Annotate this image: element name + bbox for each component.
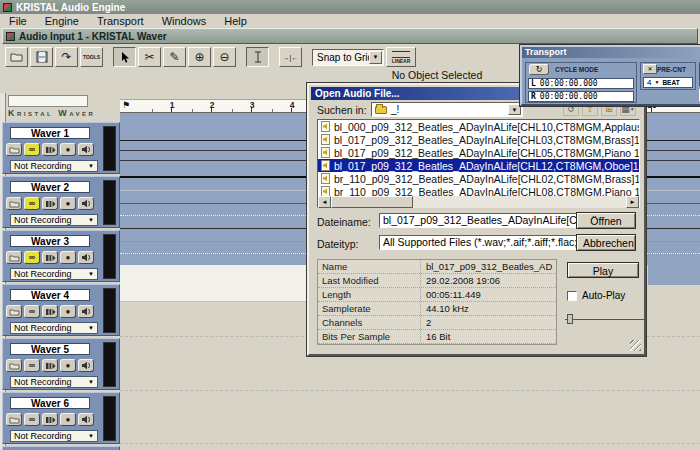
file-list-item[interactable]: bl_000_p09_312_Beatles_ADayInALife[CHL10… [318,120,639,133]
track-speaker-button[interactable] [78,143,94,156]
menu-item[interactable]: File [0,15,36,27]
slider-thumb[interactable] [567,314,573,324]
file-list-item[interactable]: bl_017_p09_312_Beatles_ADayInALife[CHL05… [318,146,639,159]
track-record-button[interactable]: ● [60,251,76,264]
insert-tool-button[interactable] [246,47,269,67]
zoom-out-button[interactable]: ⊖ [213,47,236,67]
toolbar: ↷ TOOLS ✂ ✎ ⊕ ⊖ →|← Snap to Grid ▼ LINEA… [2,45,416,69]
tools-button[interactable]: TOOLS [80,47,103,67]
volume-slider[interactable] [565,313,645,325]
track-record-mode-select[interactable]: Not Recording ▼ [10,160,98,172]
track-record-button[interactable]: ● [60,305,76,318]
track-loop-button[interactable]: ∞ [24,197,40,210]
track-monitor-button[interactable] [42,143,58,156]
menu-bar: FileEngineTransportWindowsHelp [0,14,700,28]
track-open-button[interactable] [6,251,22,264]
snap-arrows-button[interactable]: →|← [279,47,302,67]
track-record-mode-select[interactable]: Not Recording ▼ [10,376,98,388]
open-button[interactable]: Öffnen [576,212,636,229]
track-loop-button[interactable]: ∞ [24,143,40,156]
track-record-button[interactable]: ● [60,359,76,372]
menu-item[interactable]: Transport [88,15,153,27]
empty-track-lane[interactable] [120,265,308,302]
snap-mode-select[interactable]: Snap to Grid ▼ [312,49,384,66]
track-name: Waver 4 [10,289,90,301]
resize-grip[interactable] [630,340,641,351]
track-record-button[interactable]: ● [60,413,76,426]
track-speaker-button[interactable] [78,359,94,372]
track-buttons: ∞ ● [6,305,94,318]
track-lane-separator [120,390,700,391]
save-button[interactable] [30,47,53,67]
track-monitor-button[interactable] [42,413,58,426]
track-record-mode-select[interactable]: Not Recording ▼ [10,268,98,280]
right-prefix: R [531,92,536,101]
rotate-button[interactable]: ↷ [55,47,78,67]
file-list-item[interactable]: br_110_p09_312_Beatles_ADayInALife[CHL02… [318,172,639,185]
pencil-tool-button[interactable]: ✎ [163,47,186,67]
track-record-button[interactable]: ● [60,143,76,156]
marker-flag-icon[interactable]: ⚑ [122,99,130,111]
scroll-left-button[interactable]: ◄ [318,196,331,208]
panel-title: Kristal Waver [8,108,120,118]
track-loop-button[interactable]: ∞ [24,413,40,426]
track-name: Waver 5 [10,343,90,355]
beat-unit: BEAT [662,78,679,87]
track-monitor-button[interactable] [42,305,58,318]
track-open-button[interactable] [6,305,22,318]
filename-input[interactable]: bl_017_p09_312_Beatles_ADayInALife[CHL12… [379,213,591,228]
linear-button[interactable]: LINEAR [386,47,416,67]
track-buttons: ∞ ● [6,251,94,264]
track-record-mode-select[interactable]: Not Recording ▼ [10,214,98,226]
track-loop-button[interactable]: ∞ [24,305,40,318]
track-speaker-button[interactable] [78,305,94,318]
file-list-item[interactable]: bl_017_p09_312_Beatles_ADayInALife[CHL03… [318,133,639,146]
track-speaker-button[interactable] [78,413,94,426]
transport-title-bar[interactable]: Transport [522,47,700,58]
folder-icon [9,308,20,316]
track-speaker-button[interactable] [78,197,94,210]
file-list-item[interactable]: bl_017_p09_312_Beatles_ADayInALife[CHL12… [318,159,639,172]
look-in-select[interactable]: _! ▼ [371,102,523,117]
track-monitor-button[interactable] [42,359,58,372]
status-text: No Object Selected [352,69,522,81]
file-info-table: Name bl_017_p09_312_Beatles_AD Last Modi… [317,259,557,345]
cut-tool-button[interactable]: ✂ [138,47,161,67]
filetype-select[interactable]: All Supported Files (*.wav;*.aif;*.aiff;… [379,235,591,250]
cycle-icon: ↻ [536,65,543,74]
cycle-left-time[interactable]: L 00:00:00.000 [528,78,634,89]
track-monitor-button[interactable] [42,197,58,210]
track-loop-button[interactable]: ∞ [24,251,40,264]
pointer-tool-button[interactable] [113,47,136,67]
track-name: Waver 3 [10,235,90,247]
track-open-button[interactable] [6,197,22,210]
chevron-down-icon: ▼ [369,51,382,64]
cancel-button[interactable]: Abbrechen [576,234,636,251]
menu-item[interactable]: Help [215,15,256,27]
channels-icon [45,416,56,424]
zoom-in-button[interactable]: ⊕ [188,47,211,67]
track-open-button[interactable] [6,143,22,156]
track-open-button[interactable] [6,359,22,372]
track-speaker-button[interactable] [78,251,94,264]
precount-toggle-button[interactable]: ✕ [643,64,657,74]
track-loop-button[interactable]: ∞ [24,359,40,372]
right-arrow-icon: ► [630,199,636,205]
autoplay-checkbox[interactable] [567,291,577,301]
track-record-mode-select[interactable]: Not Recording ▼ [10,322,98,334]
open-file-button[interactable] [5,47,28,67]
scrollbar-thumb[interactable] [331,196,413,208]
track-monitor-button[interactable] [42,251,58,264]
track-record-button[interactable]: ● [60,197,76,210]
play-button[interactable]: Play [567,262,639,278]
clip-region-right[interactable] [648,265,700,285]
folder-icon [9,146,20,154]
cycle-right-time[interactable]: R 00:00:00.000 [528,91,634,102]
beat-field[interactable]: 4 ▼ BEAT [643,77,693,88]
scroll-right-button[interactable]: ► [626,196,639,208]
track-open-button[interactable] [6,413,22,426]
menu-item[interactable]: Engine [36,15,88,27]
menu-item[interactable]: Windows [153,15,216,27]
cycle-button[interactable]: ↻ [529,64,549,75]
track-record-mode-select[interactable]: Not Recording ▼ [10,430,98,442]
